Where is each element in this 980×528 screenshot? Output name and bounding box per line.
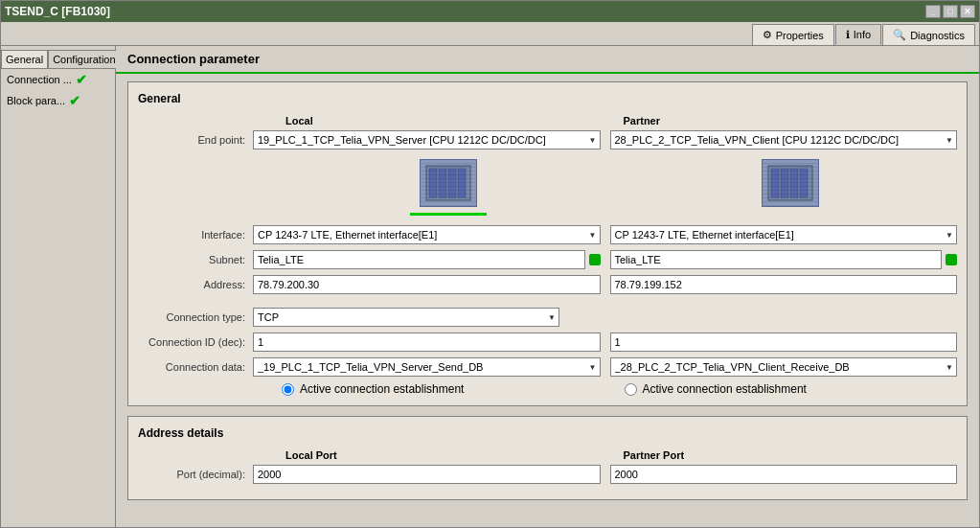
svg-rect-9 [800, 169, 808, 197]
col-headers: Local Partner [138, 115, 957, 126]
endpoint-label: End point: [138, 134, 253, 146]
partner-conn-id-input[interactable] [610, 333, 958, 352]
local-interface-select-wrap: CP 1243-7 LTE, Ethernet interface[E1] [253, 225, 601, 244]
local-subnet-dot [589, 254, 601, 265]
top-tab-bar: ⚙ Properties ℹ Info 🔍 Diagnostics [1, 22, 979, 46]
interface-row: Interface: CP 1243-7 LTE, Ethernet inter… [138, 225, 957, 244]
sidebar: General Configuration Connection ... ✔ B… [1, 46, 116, 527]
address-row: Address: [138, 275, 957, 294]
sidebar-item-connection[interactable]: Connection ... ✔ [1, 69, 115, 90]
interface-label: Interface: [138, 229, 253, 241]
svg-rect-8 [790, 169, 798, 197]
properties-icon: ⚙ [763, 29, 772, 41]
sidebar-main-tabs: General Configuration [1, 50, 115, 69]
title-bar-right: _ □ ✕ [925, 5, 975, 18]
conn-type-row: Connection type: TCP [138, 308, 957, 327]
local-connection-line [410, 213, 487, 216]
conn-type-label: Connection type: [138, 311, 253, 323]
main-layout: General Configuration Connection ... ✔ B… [1, 46, 979, 527]
local-active-label: Active connection establishment [300, 382, 464, 396]
partner-conn-data-select-wrap: _28_PLC_2_TCP_Telia_VPN_Client_Receive_D… [610, 357, 958, 377]
general-box: General Local Partner End point: 19_PLC_… [127, 81, 968, 406]
port-col-headers: Local Port Partner Port [138, 449, 957, 461]
close-button[interactable]: ✕ [960, 5, 975, 18]
local-subnet-input[interactable] [253, 250, 585, 269]
tab-info[interactable]: ℹ Info [835, 24, 881, 45]
sidebar-item-block-para[interactable]: Block para... ✔ [1, 90, 115, 111]
partner-conn-data-select[interactable]: _28_PLC_2_TCP_Telia_VPN_Client_Receive_D… [610, 357, 958, 377]
local-port-header: Local Port [282, 449, 620, 461]
local-endpoint-select-wrap: 19_PLC_1_TCP_Telia_VPN_Server [CPU 1212C… [253, 130, 601, 149]
svg-rect-6 [771, 169, 779, 197]
local-interface-select[interactable]: CP 1243-7 LTE, Ethernet interface[E1] [253, 225, 601, 244]
svg-rect-0 [426, 166, 470, 200]
local-plc-image [420, 159, 477, 207]
partner-active-label: Active connection establishment [643, 382, 807, 396]
subnet-label: Subnet: [138, 254, 253, 265]
tab-properties[interactable]: ⚙ Properties [752, 24, 834, 45]
partner-header: Partner [620, 115, 958, 126]
partner-endpoint-select[interactable]: 28_PLC_2_TCP_Telia_VPN_Client [CPU 1212C… [610, 130, 958, 149]
window-title: TSEND_C [FB1030] [5, 5, 110, 18]
port-row: Port (decimal): [138, 465, 957, 484]
local-port-input[interactable] [253, 465, 601, 484]
local-conn-id-input[interactable] [253, 333, 601, 352]
diagnostics-icon: 🔍 [893, 29, 906, 41]
local-conn-data-select[interactable]: _19_PLC_1_TCP_Telia_VPN_Server_Send_DB [253, 357, 601, 377]
plc-images-row [138, 155, 957, 218]
active-conn-row: Active connection establishment Active c… [138, 382, 957, 396]
title-bar-left: TSEND_C [FB1030] [5, 5, 110, 18]
connection-check-icon: ✔ [76, 72, 87, 87]
conn-data-row: Connection data: _19_PLC_1_TCP_Telia_VPN… [138, 357, 957, 377]
main-content: Connection parameter General Local Partn… [116, 46, 979, 527]
partner-port-input[interactable] [610, 465, 958, 484]
partner-endpoint-select-wrap: 28_PLC_2_TCP_Telia_VPN_Client [CPU 1212C… [610, 130, 958, 149]
partner-interface-select[interactable]: CP 1243-7 LTE, Ethernet interface[E1] [610, 225, 958, 244]
address-details-box: Address details Local Port Partner Port … [127, 416, 968, 500]
addr-details-title: Address details [138, 426, 957, 440]
port-label: Port (decimal): [138, 469, 253, 480]
main-window: TSEND_C [FB1030] _ □ ✕ ⚙ Properties ℹ In… [0, 0, 980, 528]
svg-rect-4 [458, 169, 466, 197]
partner-active-radio[interactable] [625, 383, 637, 396]
subnet-row: Subnet: [138, 250, 957, 269]
conn-id-row: Connection ID (dec): [138, 333, 957, 352]
local-active-radio[interactable] [282, 383, 294, 396]
block-para-check-icon: ✔ [69, 93, 80, 108]
conn-id-label: Connection ID (dec): [138, 336, 253, 348]
svg-rect-2 [439, 169, 446, 197]
partner-subnet-input[interactable] [610, 250, 943, 269]
local-plc-image-col [282, 155, 615, 218]
local-header: Local [282, 115, 620, 126]
partner-plc-image [762, 159, 819, 207]
conn-type-select-wrap: TCP [253, 308, 559, 327]
svg-rect-1 [429, 169, 437, 197]
partner-interface-select-wrap: CP 1243-7 LTE, Ethernet interface[E1] [610, 225, 958, 244]
conn-type-select[interactable]: TCP [253, 308, 559, 327]
general-title: General [138, 92, 957, 105]
partner-subnet-dot [946, 254, 957, 265]
svg-rect-7 [781, 169, 788, 197]
endpoint-row: End point: 19_PLC_1_TCP_Telia_VPN_Server… [138, 130, 957, 149]
title-bar: TSEND_C [FB1030] _ □ ✕ [1, 1, 979, 22]
address-label: Address: [138, 279, 253, 290]
tab-configuration[interactable]: Configuration [48, 50, 120, 68]
local-conn-data-select-wrap: _19_PLC_1_TCP_Telia_VPN_Server_Send_DB [253, 357, 601, 377]
partner-address-input[interactable] [610, 275, 958, 294]
tab-diagnostics[interactable]: 🔍 Diagnostics [882, 24, 975, 45]
maximize-button[interactable]: □ [943, 5, 958, 18]
local-endpoint-select[interactable]: 19_PLC_1_TCP_Telia_VPN_Server [CPU 1212C… [253, 130, 601, 149]
conn-data-label: Connection data: [138, 361, 253, 373]
minimize-button[interactable]: _ [925, 5, 941, 18]
local-address-input[interactable] [253, 275, 601, 294]
partner-port-header: Partner Port [620, 449, 958, 461]
info-icon: ℹ [846, 29, 850, 41]
conn-param-header: Connection parameter [116, 46, 979, 74]
svg-rect-5 [768, 166, 812, 200]
svg-rect-3 [448, 169, 456, 197]
partner-plc-image-col [625, 155, 958, 218]
tab-general[interactable]: General [1, 50, 48, 68]
